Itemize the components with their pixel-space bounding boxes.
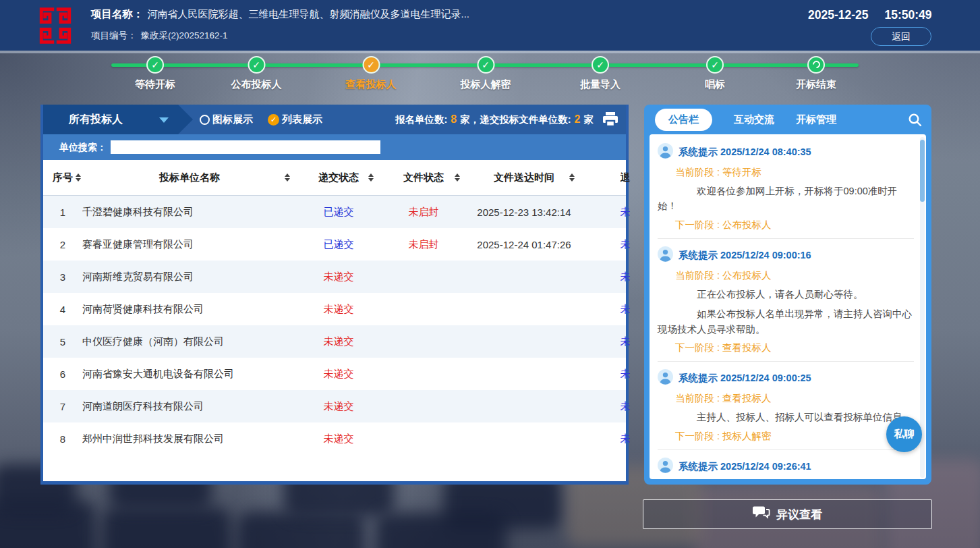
step-5: ✓批量导入 xyxy=(580,56,621,91)
bidders-panel: 所有投标人 图标展示 ✓ 列表展示 报名单位数: 8 家， 递交投标文件单位数:… xyxy=(40,105,629,485)
step-label: 公布投标人 xyxy=(231,78,282,91)
submit-status: 未递交 xyxy=(297,303,380,316)
file-status: 未启封 xyxy=(380,238,467,251)
table-row: 6河南省豫安大通机电设备有限公司未递交未 xyxy=(43,358,626,390)
row-no: 5 xyxy=(43,336,82,348)
project-code-label: 项目编号： xyxy=(91,30,137,40)
sort-icon[interactable] xyxy=(285,173,290,182)
step-4: ✓投标人解密 xyxy=(461,56,511,91)
project-name-label: 项目名称： xyxy=(91,8,144,20)
messages-panel: 系统提示 2025/12/24 08:40:35当前阶段 : 等待开标欢迎各位参… xyxy=(650,134,926,479)
sort-icon[interactable] xyxy=(368,173,374,182)
step-label: 唱标 xyxy=(705,78,725,91)
sort-icon[interactable] xyxy=(455,173,460,182)
sort-icon[interactable] xyxy=(569,173,575,182)
row-no: 6 xyxy=(43,368,82,380)
tab-bulletin[interactable]: 公告栏 xyxy=(655,109,712,131)
file-status: 未启封 xyxy=(380,206,467,219)
step-7: 开标结束 xyxy=(796,56,836,91)
bidders-table-body: 1千澄碧健康科技有限公司已递交未启封2025-12-23 13:42:14未2赛… xyxy=(43,196,626,455)
submit-status: 未递交 xyxy=(297,368,380,381)
scrollbar-thumb[interactable] xyxy=(920,140,925,202)
view-mode-icon-label: 图标展示 xyxy=(212,113,253,126)
private-chat-button[interactable]: 私聊 xyxy=(886,416,922,452)
row-no: 1 xyxy=(43,207,82,218)
submit-status: 未递交 xyxy=(297,271,380,283)
bidder-name: 千澄碧健康科技有限公司 xyxy=(82,206,297,219)
message-sender-time: 系统提示 2025/12/24 09:26:41 xyxy=(679,460,811,473)
tab-bid-management[interactable]: 开标管理 xyxy=(796,113,836,126)
view-mode-switch: 图标展示 ✓ 列表展示 xyxy=(200,105,322,134)
check-icon: ✓ xyxy=(706,56,724,74)
bidder-name: 河南荷贤健康科技有限公司 xyxy=(82,303,297,316)
bidder-name: 赛睿亚健康管理有限公司 xyxy=(82,238,297,251)
avatar xyxy=(658,458,673,476)
step-2: ✓公布投标人 xyxy=(231,56,282,91)
view-mode-list-label: 列表展示 xyxy=(282,113,322,126)
tab-interaction[interactable]: 互动交流 xyxy=(734,113,774,126)
row-no: 3 xyxy=(43,271,82,283)
submitted-count-label: 递交投标文件单位数: xyxy=(480,113,571,126)
bidders-table-header: 序号 投标单位名称 递交状态 文件状态 文件送达时间 退 xyxy=(43,160,626,196)
bidder-filter-label: 所有投标人 xyxy=(69,113,123,125)
table-row: 1千澄碧健康科技有限公司已递交未启封2025-12-23 13:42:14未 xyxy=(43,196,626,228)
step-label: 投标人解密 xyxy=(461,78,511,91)
message-body: 正在公布投标人，请各人员耐心等待。如果公布投标人名单出现异常，请主持人咨询中心现… xyxy=(658,287,914,337)
column-header-no[interactable]: 序号 xyxy=(43,171,82,184)
view-mode-icon-option[interactable]: 图标展示 xyxy=(200,113,253,126)
submitted-unit: 家 xyxy=(584,113,594,126)
avatar xyxy=(658,369,673,387)
step-label: 查看投标人 xyxy=(346,78,397,91)
column-header-file-status[interactable]: 文件状态 xyxy=(380,171,467,184)
unit-search-input[interactable] xyxy=(111,140,380,154)
message-sender-time: 系统提示 2025/12/24 09:00:25 xyxy=(679,372,811,385)
delivery-time: 2025-12-24 01:47:26 xyxy=(467,239,581,250)
row-no: 7 xyxy=(43,401,82,412)
check-icon: ✓ xyxy=(146,56,164,74)
avatar xyxy=(658,143,673,161)
chevron-down-icon xyxy=(159,117,169,123)
objection-view-button[interactable]: 异议查看 xyxy=(643,499,932,529)
submit-status: 已递交 xyxy=(297,238,380,251)
radio-checked-icon: ✓ xyxy=(268,114,279,126)
column-header-name[interactable]: 投标单位名称 xyxy=(82,171,297,184)
registered-unit: 家， xyxy=(460,113,480,126)
current-stage-text: 当前阶段 : 公布投标人 xyxy=(675,269,914,282)
table-row: 5中仪医疗健康（河南）有限公司未递交未 xyxy=(43,325,626,358)
registered-count: 8 xyxy=(447,113,460,126)
message-body: 欢迎各位参加网上开标，开标将于09:00准时开始！ xyxy=(658,184,914,214)
table-row: 2赛睿亚健康管理有限公司已递交未启封2025-12-24 01:47:26未 xyxy=(43,228,626,261)
table-row: 7河南道朗医疗科技有限公司未递交未 xyxy=(43,390,626,422)
objection-view-label: 异议查看 xyxy=(776,507,822,522)
view-mode-list-option[interactable]: ✓ 列表展示 xyxy=(268,113,322,126)
submit-status: 已递交 xyxy=(297,206,380,219)
check-icon: ✓ xyxy=(248,56,265,74)
column-header-submit-status[interactable]: 递交状态 xyxy=(297,171,380,184)
unit-search-label: 单位搜索： xyxy=(59,134,107,160)
step-3: ✓查看投标人 xyxy=(346,56,397,91)
unit-search-bar: 单位搜索： xyxy=(43,134,626,160)
bidder-name: 中仪医疗健康（河南）有限公司 xyxy=(82,335,297,348)
progress-steps: ✓等待开标✓公布投标人✓查看投标人✓投标人解密✓批量导入✓唱标开标结束 xyxy=(0,55,980,94)
column-header-delivery-time[interactable]: 文件送达时间 xyxy=(467,171,581,184)
bidder-name: 郑州中润世邦科技发展有限公司 xyxy=(82,433,297,445)
chat-bubbles-icon xyxy=(753,505,770,523)
step-6: ✓唱标 xyxy=(705,56,725,91)
next-stage-text: 下一阶段 : 投标人解密 xyxy=(675,430,914,443)
message-body: 主持人、投标人、招标人可以查看投标单位信息。 xyxy=(658,410,914,424)
check-icon: ✓ xyxy=(477,56,494,74)
datetime: 2025-12-25 15:50:49 xyxy=(808,8,932,22)
back-button[interactable]: 返回 xyxy=(871,27,931,46)
step-1: ✓等待开标 xyxy=(135,56,175,91)
project-name: 河南省人民医院彩超、三维电生理导航、射频消融仪及多道电生理记录... xyxy=(148,8,470,20)
print-icon[interactable] xyxy=(602,112,619,130)
bidder-filter-dropdown[interactable]: 所有投标人 xyxy=(43,105,193,134)
message-sender-time: 系统提示 2025/12/24 08:40:35 xyxy=(679,146,811,159)
next-stage-text: 下一阶段 : 公布投标人 xyxy=(675,219,914,231)
sort-icon[interactable] xyxy=(76,173,81,182)
step-label: 开标结束 xyxy=(796,78,836,91)
step-label: 批量导入 xyxy=(580,78,621,91)
registered-count-label: 报名单位数: xyxy=(395,113,447,126)
search-icon[interactable] xyxy=(908,113,922,129)
row-no: 8 xyxy=(43,433,82,445)
